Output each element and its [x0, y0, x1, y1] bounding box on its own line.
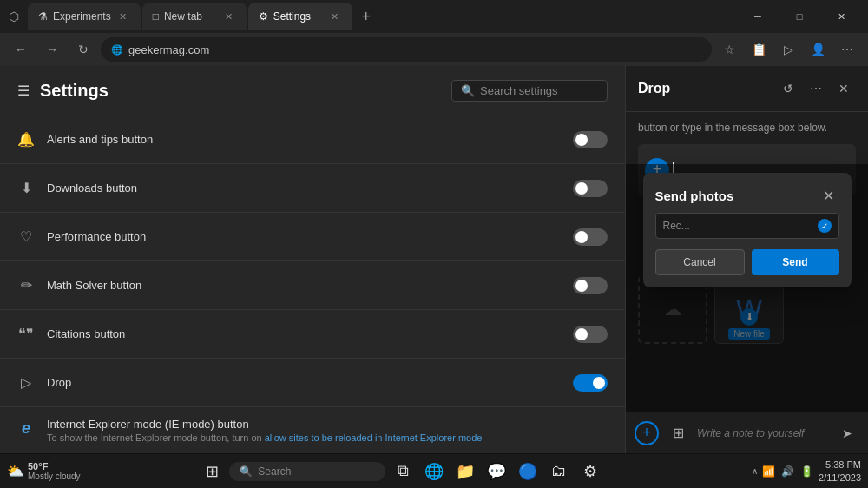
tab-newtab-label: New tab: [164, 10, 202, 23]
list-item: 🔔 Alerts and tips button: [0, 115, 625, 164]
recipient-indicator: ✓: [818, 219, 832, 233]
drop-content: Drop: [47, 376, 561, 389]
tab-bar-left: ⬡: [7, 10, 21, 23]
tab-newtab-close[interactable]: ✕: [222, 10, 236, 23]
alerts-toggle-track[interactable]: [573, 131, 608, 148]
downloads-toggle-thumb: [575, 182, 588, 195]
tab-settings[interactable]: ⚙ Settings ✕: [248, 3, 352, 30]
math-solver-icon: ✏: [17, 277, 35, 293]
taskbar-right: ∧ 📶 🔊 🔋 5:38 PM 2/11/2023: [722, 458, 861, 484]
maximize-button[interactable]: □: [779, 3, 819, 30]
drop-footer: + ⊞ ➤: [626, 412, 868, 453]
settings-favicon: ⚙: [259, 10, 268, 23]
list-item: ❝❞ Citations button: [0, 310, 625, 359]
send-button[interactable]: Send: [752, 249, 839, 275]
new-tab-button[interactable]: +: [354, 4, 378, 29]
math-solver-toggle-track[interactable]: [573, 277, 608, 294]
drop-note-input[interactable]: [697, 427, 828, 439]
taskbar-explorer-icon[interactable]: 📁: [451, 458, 479, 485]
reload-button[interactable]: ↻: [69, 36, 97, 63]
weather-temperature: 50°F: [28, 461, 81, 472]
taskbar-teams-icon[interactable]: 💬: [483, 458, 510, 485]
cancel-button[interactable]: Cancel: [655, 249, 745, 275]
drop-toggle-track[interactable]: [573, 374, 608, 392]
browser-logo-icon: ⬡: [7, 10, 21, 23]
drop-label: Drop: [47, 376, 561, 389]
performance-icon: ♡: [17, 228, 35, 245]
taskbar-center: ⊞ 🔍 Search ⧉ 🌐 📁 💬 🔵 🗂 ⚙: [84, 458, 719, 485]
minimize-button[interactable]: ─: [738, 3, 778, 30]
downloads-toggle-track[interactable]: [573, 180, 608, 197]
footer-send-button[interactable]: ➤: [835, 421, 859, 445]
recipient-text: Rec...: [663, 220, 818, 232]
start-button[interactable]: ⊞: [198, 458, 226, 485]
drop-toggle[interactable]: [573, 374, 608, 392]
back-button[interactable]: ←: [7, 36, 35, 63]
address-bar[interactable]: 🌐 geekermag.com: [101, 37, 712, 62]
ie-mode-sublabel: To show the Internet Explorer mode butto…: [47, 432, 561, 443]
taskbar-task-view[interactable]: ⧉: [389, 458, 417, 485]
performance-toggle-track[interactable]: [573, 228, 608, 246]
footer-scan-button[interactable]: ⊞: [666, 421, 690, 445]
list-item: e Internet Explorer mode (IE mode) butto…: [0, 407, 625, 453]
performance-content: Performance button: [47, 230, 561, 243]
clock[interactable]: 5:38 PM 2/11/2023: [819, 458, 861, 484]
tray-expand-icon[interactable]: ∧: [752, 466, 758, 476]
dialog-actions: Cancel Send: [643, 249, 852, 287]
footer-add-button[interactable]: +: [635, 421, 659, 445]
send-photos-dialog: Send photos ✕ Rec... ✓ Cancel Send: [643, 173, 852, 287]
math-solver-label: Math Solver button: [47, 279, 561, 292]
send-photos-overlay: Send photos ✕ Rec... ✓ Cancel Send: [626, 164, 868, 412]
drop-panel: Drop ↺ ⋯ ✕ button or type in the message…: [625, 66, 868, 453]
menu-button[interactable]: ☰: [17, 82, 30, 99]
search-icon: 🔍: [461, 84, 475, 97]
citations-content: Citations button: [47, 327, 561, 340]
newtab-favicon: □: [153, 10, 159, 23]
math-solver-toggle[interactable]: [573, 277, 608, 294]
settings-search-input[interactable]: [480, 84, 593, 97]
profile-icon[interactable]: 👤: [804, 36, 832, 63]
tab-newtab[interactable]: □ New tab ✕: [142, 3, 247, 30]
drop-refresh-button[interactable]: ↺: [776, 76, 800, 101]
drop-nav-icon[interactable]: ▷: [774, 36, 802, 63]
drop-intro-text: button or type in the message box below.: [626, 112, 868, 144]
performance-toggle[interactable]: [573, 228, 608, 246]
citations-toggle[interactable]: [573, 326, 608, 343]
citations-toggle-track[interactable]: [573, 326, 608, 343]
list-item: ✏ Math Solver button: [0, 261, 625, 310]
citations-label: Citations button: [47, 327, 561, 340]
dialog-close-button[interactable]: ✕: [819, 185, 839, 206]
tray-sound-icon[interactable]: 🔊: [779, 463, 796, 480]
taskbar-folder-icon[interactable]: 🗂: [545, 458, 573, 485]
list-item: ▷ Drop: [0, 359, 625, 407]
more-options-button[interactable]: ⋯: [833, 36, 861, 63]
citations-icon: ❝❞: [17, 326, 35, 342]
drop-close-button[interactable]: ✕: [832, 76, 856, 101]
tab-experiments[interactable]: ⚗ Experiments ✕: [28, 3, 141, 30]
favorites-icon[interactable]: ☆: [715, 36, 743, 63]
settings-search-box[interactable]: 🔍: [451, 80, 608, 102]
browser-chrome: ⬡ ⚗ Experiments ✕ □ New tab ✕ ⚙ Settings…: [0, 0, 868, 66]
drop-more-button[interactable]: ⋯: [804, 76, 828, 101]
taskbar-settings-icon[interactable]: ⚙: [576, 458, 604, 485]
alerts-toggle[interactable]: [573, 131, 608, 148]
taskbar-search[interactable]: 🔍 Search: [229, 462, 385, 481]
tab-experiments-label: Experiments: [53, 10, 111, 23]
taskbar-weather[interactable]: ⛅ 50°F Mostly cloudy: [7, 461, 81, 481]
taskbar-edge-icon[interactable]: 🌐: [420, 458, 448, 485]
list-item: ♡ Performance button: [0, 213, 625, 261]
settings-list: 🔔 Alerts and tips button ⬇ Downloads but…: [0, 115, 625, 453]
dialog-recipient-field[interactable]: Rec... ✓: [655, 213, 839, 239]
close-button[interactable]: ✕: [821, 3, 861, 30]
math-solver-content: Math Solver button: [47, 279, 561, 292]
ie-mode-link[interactable]: allow sites to be reloaded in Internet E…: [265, 432, 483, 443]
forward-button[interactable]: →: [38, 36, 66, 63]
tray-network-icon[interactable]: 📶: [760, 463, 777, 480]
tab-experiments-close[interactable]: ✕: [116, 10, 130, 23]
tab-settings-close[interactable]: ✕: [328, 10, 342, 23]
downloads-toggle[interactable]: [573, 180, 608, 197]
taskbar-edge2-icon[interactable]: 🔵: [514, 458, 542, 485]
ie-mode-label: Internet Explorer mode (IE mode) button: [47, 418, 561, 431]
tray-battery-icon[interactable]: 🔋: [798, 463, 815, 480]
collections-icon[interactable]: 📋: [745, 36, 773, 63]
